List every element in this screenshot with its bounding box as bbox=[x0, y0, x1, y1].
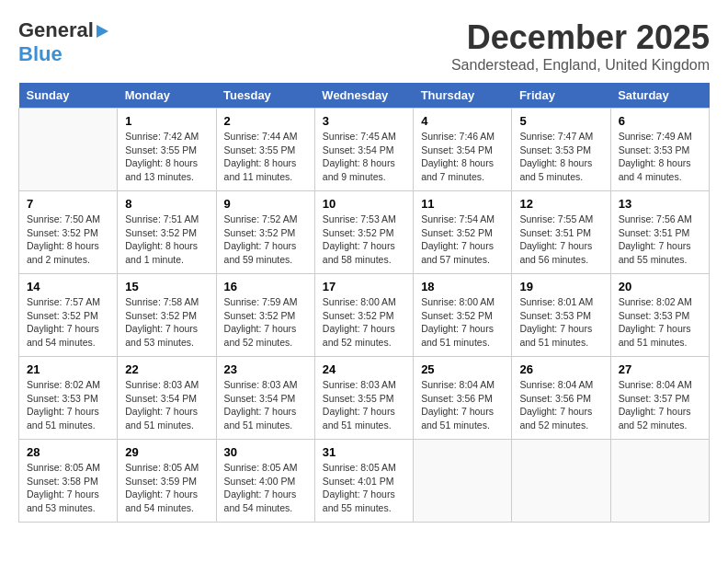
logo-arrow-icon bbox=[97, 25, 108, 38]
day-number: 29 bbox=[125, 445, 208, 459]
weekday-header-monday: Monday bbox=[118, 83, 216, 109]
day-number: 23 bbox=[224, 362, 307, 376]
day-number: 17 bbox=[323, 280, 405, 293]
day-number: 22 bbox=[125, 362, 208, 376]
day-info: Sunrise: 8:05 AMSunset: 3:58 PMDaylight:… bbox=[27, 461, 109, 515]
calendar-cell: 19Sunrise: 8:01 AMSunset: 3:53 PMDayligh… bbox=[512, 274, 610, 357]
day-number: 7 bbox=[27, 197, 109, 211]
day-info: Sunrise: 7:53 AMSunset: 3:52 PMDaylight:… bbox=[323, 213, 405, 267]
calendar-cell: 7Sunrise: 7:50 AMSunset: 3:52 PMDaylight… bbox=[19, 191, 118, 274]
weekday-header-wednesday: Wednesday bbox=[314, 83, 413, 109]
day-info: Sunrise: 7:42 AMSunset: 3:55 PMDaylight:… bbox=[125, 130, 208, 184]
day-number: 2 bbox=[224, 114, 307, 128]
day-info: Sunrise: 7:58 AMSunset: 3:52 PMDaylight:… bbox=[125, 295, 208, 350]
calendar-cell: 30Sunrise: 8:05 AMSunset: 4:00 PMDayligh… bbox=[216, 440, 314, 523]
day-info: Sunrise: 8:00 AMSunset: 3:52 PMDaylight:… bbox=[323, 295, 405, 350]
day-info: Sunrise: 8:03 AMSunset: 3:55 PMDaylight:… bbox=[323, 378, 405, 432]
calendar-week-5: 28Sunrise: 8:05 AMSunset: 3:58 PMDayligh… bbox=[19, 440, 710, 523]
day-number: 14 bbox=[27, 280, 109, 293]
month-title: December 2025 bbox=[451, 18, 710, 57]
calendar-cell: 8Sunrise: 7:51 AMSunset: 3:52 PMDaylight… bbox=[118, 191, 216, 274]
day-info: Sunrise: 8:02 AMSunset: 3:53 PMDaylight:… bbox=[27, 378, 109, 432]
calendar-cell: 29Sunrise: 8:05 AMSunset: 3:59 PMDayligh… bbox=[118, 440, 216, 523]
day-info: Sunrise: 7:54 AMSunset: 3:52 PMDaylight:… bbox=[421, 213, 504, 267]
weekday-header-sunday: Sunday bbox=[19, 83, 118, 109]
day-number: 8 bbox=[125, 197, 208, 211]
day-info: Sunrise: 7:47 AMSunset: 3:53 PMDaylight:… bbox=[519, 130, 602, 184]
day-info: Sunrise: 7:49 AMSunset: 3:53 PMDaylight:… bbox=[619, 130, 701, 184]
day-info: Sunrise: 8:04 AMSunset: 3:56 PMDaylight:… bbox=[519, 378, 602, 432]
weekday-header-saturday: Saturday bbox=[610, 83, 709, 109]
day-info: Sunrise: 7:50 AMSunset: 3:52 PMDaylight:… bbox=[27, 213, 109, 267]
location: Sanderstead, England, United Kingdom bbox=[451, 57, 710, 74]
title-block: December 2025 Sanderstead, England, Unit… bbox=[451, 18, 710, 74]
day-number: 6 bbox=[619, 114, 701, 128]
logo: General Blue bbox=[18, 18, 108, 66]
calendar-cell: 5Sunrise: 7:47 AMSunset: 3:53 PMDaylight… bbox=[512, 109, 610, 191]
day-info: Sunrise: 7:52 AMSunset: 3:52 PMDaylight:… bbox=[224, 213, 307, 267]
weekday-header-tuesday: Tuesday bbox=[216, 83, 314, 109]
calendar-cell bbox=[414, 440, 512, 523]
day-number: 31 bbox=[323, 445, 405, 459]
calendar-cell: 20Sunrise: 8:02 AMSunset: 3:53 PMDayligh… bbox=[610, 274, 709, 357]
day-number: 9 bbox=[224, 197, 307, 211]
day-number: 24 bbox=[323, 362, 405, 376]
calendar-cell: 27Sunrise: 8:04 AMSunset: 3:57 PMDayligh… bbox=[610, 357, 709, 440]
calendar-cell: 24Sunrise: 8:03 AMSunset: 3:55 PMDayligh… bbox=[314, 357, 413, 440]
day-number: 19 bbox=[519, 280, 602, 293]
day-number: 27 bbox=[619, 362, 701, 376]
calendar-cell: 26Sunrise: 8:04 AMSunset: 3:56 PMDayligh… bbox=[512, 357, 610, 440]
calendar-week-2: 7Sunrise: 7:50 AMSunset: 3:52 PMDaylight… bbox=[19, 191, 710, 274]
weekday-header-friday: Friday bbox=[512, 83, 610, 109]
day-info: Sunrise: 7:55 AMSunset: 3:51 PMDaylight:… bbox=[519, 213, 602, 267]
calendar-cell: 6Sunrise: 7:49 AMSunset: 3:53 PMDaylight… bbox=[610, 109, 709, 191]
calendar-week-4: 21Sunrise: 8:02 AMSunset: 3:53 PMDayligh… bbox=[19, 357, 710, 440]
calendar-cell: 31Sunrise: 8:05 AMSunset: 4:01 PMDayligh… bbox=[314, 440, 413, 523]
calendar-cell: 11Sunrise: 7:54 AMSunset: 3:52 PMDayligh… bbox=[414, 191, 512, 274]
day-number: 10 bbox=[323, 197, 405, 211]
day-info: Sunrise: 8:04 AMSunset: 3:57 PMDaylight:… bbox=[619, 378, 701, 432]
calendar-body: 1Sunrise: 7:42 AMSunset: 3:55 PMDaylight… bbox=[19, 109, 710, 523]
day-number: 3 bbox=[323, 114, 405, 128]
day-number: 16 bbox=[224, 280, 307, 293]
day-number: 18 bbox=[421, 280, 504, 293]
day-number: 12 bbox=[519, 197, 602, 211]
calendar-cell: 22Sunrise: 8:03 AMSunset: 3:54 PMDayligh… bbox=[118, 357, 216, 440]
day-number: 4 bbox=[421, 114, 504, 128]
day-info: Sunrise: 8:00 AMSunset: 3:52 PMDaylight:… bbox=[421, 295, 504, 350]
calendar-cell: 25Sunrise: 8:04 AMSunset: 3:56 PMDayligh… bbox=[414, 357, 512, 440]
day-number: 20 bbox=[619, 280, 701, 293]
calendar-cell: 10Sunrise: 7:53 AMSunset: 3:52 PMDayligh… bbox=[314, 191, 413, 274]
calendar-cell bbox=[19, 109, 118, 191]
weekday-header-thursday: Thursday bbox=[414, 83, 512, 109]
day-info: Sunrise: 7:57 AMSunset: 3:52 PMDaylight:… bbox=[27, 295, 109, 350]
calendar-cell: 17Sunrise: 8:00 AMSunset: 3:52 PMDayligh… bbox=[314, 274, 413, 357]
day-number: 1 bbox=[125, 114, 208, 128]
day-info: Sunrise: 7:45 AMSunset: 3:54 PMDaylight:… bbox=[323, 130, 405, 184]
day-number: 15 bbox=[125, 280, 208, 293]
day-info: Sunrise: 8:02 AMSunset: 3:53 PMDaylight:… bbox=[619, 295, 701, 350]
calendar-cell bbox=[512, 440, 610, 523]
calendar-cell: 14Sunrise: 7:57 AMSunset: 3:52 PMDayligh… bbox=[19, 274, 118, 357]
day-info: Sunrise: 8:01 AMSunset: 3:53 PMDaylight:… bbox=[519, 295, 602, 350]
calendar-cell: 23Sunrise: 8:03 AMSunset: 3:54 PMDayligh… bbox=[216, 357, 314, 440]
calendar-cell bbox=[610, 440, 709, 523]
day-number: 11 bbox=[421, 197, 504, 211]
calendar-cell: 13Sunrise: 7:56 AMSunset: 3:51 PMDayligh… bbox=[610, 191, 709, 274]
day-info: Sunrise: 8:05 AMSunset: 3:59 PMDaylight:… bbox=[125, 461, 208, 515]
logo-blue-text: Blue bbox=[18, 42, 63, 65]
calendar-cell: 12Sunrise: 7:55 AMSunset: 3:51 PMDayligh… bbox=[512, 191, 610, 274]
calendar-week-1: 1Sunrise: 7:42 AMSunset: 3:55 PMDaylight… bbox=[19, 109, 710, 191]
calendar-cell: 9Sunrise: 7:52 AMSunset: 3:52 PMDaylight… bbox=[216, 191, 314, 274]
calendar-cell: 28Sunrise: 8:05 AMSunset: 3:58 PMDayligh… bbox=[19, 440, 118, 523]
calendar-week-3: 14Sunrise: 7:57 AMSunset: 3:52 PMDayligh… bbox=[19, 274, 710, 357]
day-number: 30 bbox=[224, 445, 307, 459]
day-info: Sunrise: 8:03 AMSunset: 3:54 PMDaylight:… bbox=[125, 378, 208, 432]
day-number: 25 bbox=[421, 362, 504, 376]
calendar-header-row: SundayMondayTuesdayWednesdayThursdayFrid… bbox=[19, 83, 710, 109]
day-number: 26 bbox=[519, 362, 602, 376]
day-info: Sunrise: 8:05 AMSunset: 4:01 PMDaylight:… bbox=[323, 461, 405, 515]
calendar-cell: 21Sunrise: 8:02 AMSunset: 3:53 PMDayligh… bbox=[19, 357, 118, 440]
calendar-table: SundayMondayTuesdayWednesdayThursdayFrid… bbox=[18, 83, 710, 523]
page-header: General Blue December 2025 Sanderstead, … bbox=[18, 18, 710, 74]
